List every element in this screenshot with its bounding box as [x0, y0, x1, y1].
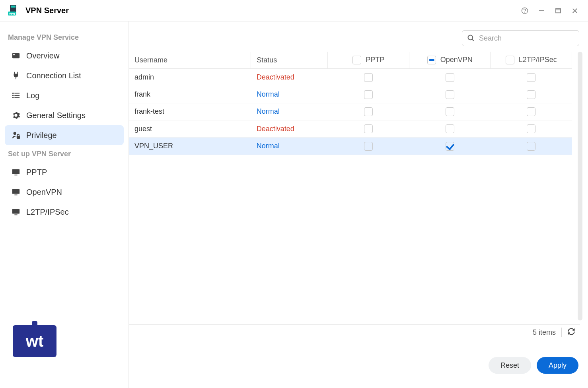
app-title: VPN Server [25, 6, 69, 15]
openvpn-checkbox[interactable] [446, 73, 454, 82]
sidebar: Manage VPN Service Overview Connection L… [0, 21, 129, 388]
minimize-button[interactable] [536, 6, 547, 16]
sidebar-section-setup: Set up VPN Server [5, 145, 124, 162]
maximize-button[interactable] [553, 6, 563, 16]
svg-rect-22 [14, 175, 17, 175]
cell-openvpn [409, 120, 491, 138]
brand-logo: wt [13, 325, 56, 357]
table-row[interactable]: adminDeactivated [129, 69, 572, 86]
table-row[interactable]: VPN_USERNormal [129, 138, 572, 155]
svg-rect-12 [13, 54, 15, 55]
header-checkbox-l2tp[interactable] [506, 56, 514, 64]
table-row[interactable]: guestDeactivated [129, 120, 572, 138]
pptp-checkbox[interactable] [364, 90, 373, 99]
sidebar-item-label: OpenVPN [26, 188, 62, 197]
l2tp-checkbox[interactable] [527, 142, 535, 151]
sidebar-item-general-settings[interactable]: General Settings [5, 105, 124, 125]
cell-pptp [328, 138, 409, 155]
cell-l2tp [491, 103, 572, 120]
pptp-checkbox[interactable] [364, 142, 373, 151]
openvpn-checkbox[interactable] [446, 107, 454, 116]
svg-line-28 [472, 39, 474, 41]
cell-openvpn [409, 86, 491, 103]
sidebar-item-openvpn[interactable]: OpenVPN [5, 182, 124, 202]
sidebar-item-privilege[interactable]: Privilege [5, 125, 124, 145]
col-header-status[interactable]: Status [251, 52, 328, 69]
openvpn-checkbox[interactable] [446, 142, 454, 151]
svg-rect-1 [11, 6, 16, 8]
l2tp-checkbox[interactable] [527, 73, 535, 82]
sidebar-item-log[interactable]: Log [5, 85, 124, 105]
main-panel: Username Status PPTP OpenVPN L2TP/IP [129, 21, 588, 388]
sidebar-item-overview[interactable]: Overview [5, 46, 124, 66]
l2tp-checkbox[interactable] [527, 124, 535, 133]
user-lock-icon [10, 131, 21, 140]
col-header-l2tp[interactable]: L2TP/IPSec [491, 52, 572, 69]
cell-openvpn [409, 69, 491, 86]
svg-rect-7 [556, 8, 561, 13]
item-count: 5 items [533, 328, 556, 337]
pptp-checkbox[interactable] [364, 124, 373, 133]
vertical-scrollbar[interactable] [578, 52, 582, 320]
cell-username: guest [129, 120, 251, 138]
openvpn-checkbox[interactable] [446, 90, 454, 99]
sidebar-item-label: Privilege [26, 131, 57, 140]
svg-rect-16 [14, 95, 19, 96]
cell-l2tp [491, 86, 572, 103]
brand-logo-text: wt [26, 332, 43, 350]
col-header-label: L2TP/IPSec [519, 56, 557, 64]
col-header-username[interactable]: Username [129, 52, 251, 69]
col-header-label: Status [257, 56, 277, 64]
sidebar-item-pptp[interactable]: PPTP [5, 162, 124, 182]
cell-l2tp [491, 120, 572, 138]
pptp-checkbox[interactable] [364, 107, 373, 116]
search-box[interactable] [462, 30, 579, 46]
title-bar: VPN VPN Server [0, 0, 588, 21]
header-checkbox-pptp[interactable] [352, 56, 361, 64]
col-header-pptp[interactable]: PPTP [328, 52, 409, 69]
brand-logo-area: wt [5, 317, 124, 381]
svg-rect-23 [12, 189, 19, 194]
svg-rect-21 [12, 169, 19, 174]
sidebar-section-manage: Manage VPN Service [5, 29, 124, 46]
sidebar-item-l2tp-ipsec[interactable]: L2TP/IPSec [5, 202, 124, 222]
cell-username: admin [129, 69, 251, 86]
table-row[interactable]: frank-testNormal [129, 103, 572, 120]
help-button[interactable] [520, 6, 530, 16]
cell-l2tp [491, 69, 572, 86]
cell-status: Deactivated [251, 120, 328, 138]
sidebar-item-connection-list[interactable]: Connection List [5, 66, 124, 85]
svg-point-5 [524, 12, 525, 12]
header-checkbox-openvpn[interactable] [427, 56, 436, 64]
sidebar-item-label: General Settings [26, 111, 86, 120]
svg-text:VPN: VPN [9, 12, 15, 15]
apply-button[interactable]: Apply [537, 357, 578, 374]
table-header-row: Username Status PPTP OpenVPN L2TP/IP [129, 52, 572, 69]
cell-pptp [328, 103, 409, 120]
table-row[interactable]: frankNormal [129, 86, 572, 103]
l2tp-checkbox[interactable] [527, 107, 535, 116]
overview-icon [10, 51, 21, 60]
reset-button[interactable]: Reset [489, 357, 531, 374]
search-input[interactable] [479, 34, 574, 43]
pptp-checkbox[interactable] [364, 73, 373, 82]
search-icon [467, 34, 475, 42]
svg-point-15 [12, 95, 14, 96]
cell-openvpn [409, 138, 491, 155]
cell-status: Normal [251, 138, 328, 155]
sidebar-item-label: Log [26, 91, 39, 100]
l2tp-checkbox[interactable] [527, 90, 535, 99]
close-button[interactable] [570, 6, 580, 16]
openvpn-checkbox[interactable] [446, 124, 454, 133]
cell-pptp [328, 120, 409, 138]
sidebar-item-label: Connection List [26, 71, 81, 80]
cell-pptp [328, 86, 409, 103]
svg-rect-11 [12, 53, 19, 58]
sidebar-item-label: Overview [26, 51, 59, 60]
footer: Reset Apply [129, 357, 578, 374]
col-header-label: OpenVPN [440, 56, 473, 64]
privilege-table: Username Status PPTP OpenVPN L2TP/IP [129, 52, 572, 155]
col-header-openvpn[interactable]: OpenVPN [409, 52, 491, 69]
cell-username: VPN_USER [129, 138, 251, 155]
refresh-button[interactable] [567, 328, 575, 338]
